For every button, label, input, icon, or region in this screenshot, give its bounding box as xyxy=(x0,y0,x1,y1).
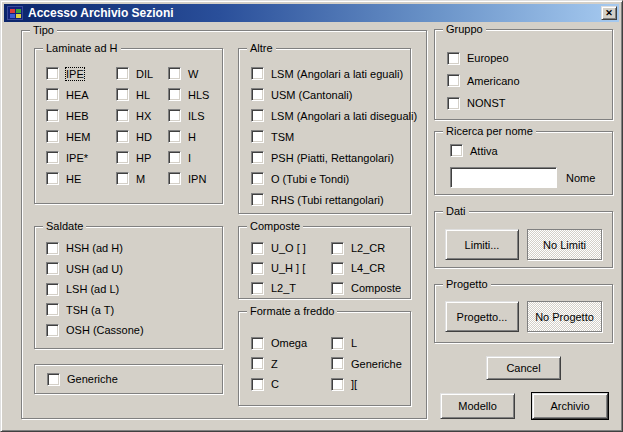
checkbox-hx[interactable]: HX xyxy=(116,105,168,126)
checkbox-lsh-box[interactable] xyxy=(46,283,59,296)
checkbox-c[interactable]: C xyxy=(251,374,331,395)
checkbox-lsh[interactable]: LSH (ad L) xyxy=(46,279,222,300)
checkbox-nonst[interactable]: NONST xyxy=(447,92,612,115)
checkbox-ipe[interactable]: IPE xyxy=(46,63,116,84)
checkbox-l-box[interactable] xyxy=(331,337,344,350)
checkbox-europeo-box[interactable] xyxy=(447,52,460,65)
modello-button[interactable]: Modello xyxy=(440,393,515,419)
checkbox-i[interactable]: I xyxy=(168,147,222,168)
checkbox-hsh-box[interactable] xyxy=(46,242,59,255)
checkbox-heb[interactable]: HEB xyxy=(46,105,116,126)
checkbox-hp-box[interactable] xyxy=(116,151,129,164)
checkbox-hem-box[interactable] xyxy=(46,130,59,143)
checkbox-rhs[interactable]: RHS (Tubi rettangolari) xyxy=(251,189,417,210)
checkbox-i-box[interactable] xyxy=(168,151,181,164)
checkbox-m-box[interactable] xyxy=(116,172,129,185)
checkbox-hls-box[interactable] xyxy=(168,88,181,101)
checkbox-m[interactable]: M xyxy=(116,168,168,189)
checkbox-generiche-box[interactable] xyxy=(47,373,60,386)
checkbox-omega-box[interactable] xyxy=(251,337,264,350)
checkbox-dil-box[interactable] xyxy=(116,67,129,80)
progetto-button[interactable]: Progetto... xyxy=(445,301,519,332)
checkbox-ibeam-box[interactable] xyxy=(331,378,344,391)
checkbox-tsm-box[interactable] xyxy=(251,130,264,143)
checkbox-ipn[interactable]: IPN xyxy=(168,168,222,189)
archivio-button[interactable]: Archivio xyxy=(532,393,608,419)
titlebar[interactable]: Accesso Archivio Sezioni ✕ xyxy=(4,4,619,22)
checkbox-ipe-star-box[interactable] xyxy=(46,151,59,164)
checkbox-l2-cr[interactable]: L2_CR xyxy=(331,238,410,258)
cancel-button[interactable]: Cancel xyxy=(486,356,561,380)
checkbox-z-box[interactable] xyxy=(251,357,264,370)
checkbox-lsm-diseguali-box[interactable] xyxy=(251,109,264,122)
limiti-button[interactable]: Limiti... xyxy=(445,229,519,260)
checkbox-w[interactable]: W xyxy=(168,63,222,84)
checkbox-attiva-box[interactable] xyxy=(450,144,463,157)
checkbox-u-h-box[interactable] xyxy=(251,262,264,275)
checkbox-composte-box[interactable] xyxy=(331,282,344,295)
checkbox-u-h[interactable]: U_H ] [ xyxy=(251,258,331,278)
checkbox-osh-box[interactable] xyxy=(46,324,59,337)
checkbox-hl[interactable]: HL xyxy=(116,84,168,105)
checkbox-psh-box[interactable] xyxy=(251,151,264,164)
checkbox-tsh[interactable]: TSH (a T) xyxy=(46,300,222,321)
checkbox-heb-box[interactable] xyxy=(46,109,59,122)
checkbox-hea[interactable]: HEA xyxy=(46,84,116,105)
checkbox-usm-box[interactable] xyxy=(251,88,264,101)
checkbox-ils-box[interactable] xyxy=(168,109,181,122)
checkbox-he-box[interactable] xyxy=(46,172,59,185)
checkbox-o-tubi-box[interactable] xyxy=(251,172,264,185)
nome-input[interactable] xyxy=(450,167,557,188)
checkbox-omega[interactable]: Omega xyxy=(251,333,331,354)
checkbox-tsh-box[interactable] xyxy=(46,303,59,316)
checkbox-l2-cr-box[interactable] xyxy=(331,242,344,255)
checkbox-americano-box[interactable] xyxy=(447,74,460,87)
checkbox-lsm-eguali[interactable]: LSM (Angolari a lati eguali) xyxy=(251,63,417,84)
checkbox-hsh[interactable]: HSH (ad H) xyxy=(46,238,222,259)
checkbox-generiche[interactable]: Generiche xyxy=(47,373,118,386)
checkbox-l2-t[interactable]: L2_T xyxy=(251,278,331,298)
checkbox-dil[interactable]: DIL xyxy=(116,63,168,84)
checkbox-h[interactable]: H xyxy=(168,126,222,147)
checkbox-europeo[interactable]: Europeo xyxy=(447,47,612,70)
checkbox-c-box[interactable] xyxy=(251,378,264,391)
checkbox-h-box[interactable] xyxy=(168,130,181,143)
checkbox-hl-box[interactable] xyxy=(116,88,129,101)
checkbox-hp[interactable]: HP xyxy=(116,147,168,168)
checkbox-lsm-eguali-box[interactable] xyxy=(251,67,264,80)
checkbox-ipe-star[interactable]: IPE* xyxy=(46,147,116,168)
checkbox-ipn-box[interactable] xyxy=(168,172,181,185)
checkbox-u-o[interactable]: U_O [ ] xyxy=(251,238,331,258)
checkbox-rhs-box[interactable] xyxy=(251,193,264,206)
checkbox-he[interactable]: HE xyxy=(46,168,116,189)
checkbox-hd-box[interactable] xyxy=(116,130,129,143)
checkbox-ff-generiche[interactable]: Generiche xyxy=(331,354,410,375)
checkbox-usm[interactable]: USM (Cantonali) xyxy=(251,84,417,105)
checkbox-lsm-diseguali[interactable]: LSM (Angolari a lati diseguali) xyxy=(251,105,417,126)
checkbox-americano[interactable]: Americano xyxy=(447,70,612,93)
checkbox-u-o-box[interactable] xyxy=(251,242,264,255)
checkbox-attiva[interactable]: Attiva xyxy=(450,144,498,157)
checkbox-w-box[interactable] xyxy=(168,67,181,80)
checkbox-ff-generiche-box[interactable] xyxy=(331,357,344,370)
close-button[interactable]: ✕ xyxy=(601,6,617,20)
checkbox-hem[interactable]: HEM xyxy=(46,126,116,147)
checkbox-ipe-box[interactable] xyxy=(46,67,59,80)
checkbox-o-tubi[interactable]: O (Tubi e Tondi) xyxy=(251,168,417,189)
checkbox-l4-cr-box[interactable] xyxy=(331,262,344,275)
checkbox-hd[interactable]: HD xyxy=(116,126,168,147)
checkbox-tsm[interactable]: TSM xyxy=(251,126,417,147)
checkbox-l[interactable]: L xyxy=(331,333,410,354)
checkbox-ils[interactable]: ILS xyxy=(168,105,222,126)
checkbox-composte[interactable]: Composte xyxy=(331,278,410,298)
checkbox-l2-t-box[interactable] xyxy=(251,282,264,295)
checkbox-z[interactable]: Z xyxy=(251,354,331,375)
checkbox-hea-box[interactable] xyxy=(46,88,59,101)
checkbox-ush[interactable]: USH (ad U) xyxy=(46,259,222,280)
checkbox-hls[interactable]: HLS xyxy=(168,84,222,105)
checkbox-psh[interactable]: PSH (Piatti, Rettangolari) xyxy=(251,147,417,168)
checkbox-osh[interactable]: OSH (Cassone) xyxy=(46,320,222,341)
checkbox-nonst-box[interactable] xyxy=(447,97,460,110)
checkbox-l4-cr[interactable]: L4_CR xyxy=(331,258,410,278)
checkbox-ibeam[interactable]: ][ xyxy=(331,374,410,395)
